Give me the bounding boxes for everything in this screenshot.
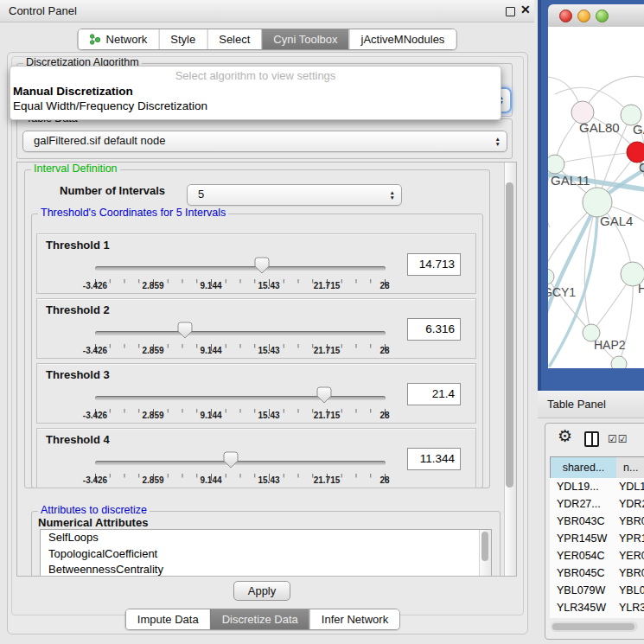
- network-label-h: H: [638, 282, 644, 296]
- table-row[interactable]: YBL079WYBL0...: [550, 582, 644, 599]
- threshold-box: Threshold 2-3.4262.8599.14415.4321.71528…: [36, 298, 476, 359]
- scale-label: 2.859: [132, 281, 174, 290]
- table-row[interactable]: YDL19...YDL1...: [550, 478, 644, 495]
- scale-label: 9.144: [190, 346, 232, 355]
- bottom-tab-discretize-data[interactable]: Discretize Data: [210, 609, 309, 629]
- cell-shared-name: YBR043C: [550, 513, 617, 530]
- cell-shared-name: YBR045C: [550, 564, 617, 582]
- slider-track[interactable]: [95, 461, 386, 465]
- bottom-tabs: Impute DataDiscretize DataInfer Network: [125, 609, 400, 630]
- columns-icon[interactable]: [584, 431, 599, 447]
- table-row[interactable]: YPR145WYPR1...: [550, 530, 644, 547]
- scale-label: 28: [364, 411, 405, 420]
- scale-label: 28: [364, 281, 405, 290]
- network-node-gal11[interactable]: [548, 155, 564, 174]
- slider-thumb[interactable]: [254, 257, 270, 274]
- threshold-value-field[interactable]: 21.4: [407, 383, 461, 405]
- table-row[interactable]: YBR045CYBR0...: [550, 564, 644, 582]
- column-header-name[interactable]: n...: [616, 456, 644, 479]
- tab-select[interactable]: Select: [207, 29, 261, 49]
- table-row[interactable]: YLR345WYLR3...: [550, 599, 644, 616]
- network-node-gal4[interactable]: [583, 188, 612, 217]
- network-node-gcy1[interactable]: [548, 269, 554, 284]
- threshold-value-field[interactable]: 11.344: [407, 448, 461, 470]
- slider-thumb[interactable]: [177, 322, 193, 339]
- network-window-titlebar[interactable]: [548, 4, 644, 28]
- tab-style[interactable]: Style: [158, 29, 207, 49]
- threshold-value-field[interactable]: 14.713: [407, 253, 461, 276]
- tab-network[interactable]: Network: [79, 29, 159, 49]
- bottom-tab-infer-network[interactable]: Infer Network: [309, 609, 399, 629]
- slider-track[interactable]: [95, 266, 386, 271]
- cell-shared-name: YER054C: [550, 547, 617, 564]
- num-intervals-label: Number of Intervals: [60, 184, 165, 197]
- cell-shared-name: YDL19...: [550, 478, 617, 495]
- control-panel-tabs: NetworkStyleSelectCyni ToolboxjActiveMNo…: [78, 29, 457, 50]
- table-panel-title: Table Panel: [547, 392, 606, 418]
- network-label-ga: GA: [633, 122, 644, 137]
- thresholds-group-title: Threshold's Coordinates for 5 Intervals: [38, 207, 228, 219]
- scale-label: 21.715: [306, 281, 348, 290]
- threshold-title: Threshold 4: [46, 433, 110, 446]
- tab-label: Discretize Data: [222, 613, 298, 626]
- apply-button[interactable]: Apply: [233, 581, 290, 601]
- tab-label: Impute Data: [137, 613, 199, 626]
- scale-label: 15.43: [248, 411, 290, 420]
- network-icon: [90, 34, 101, 45]
- table-row[interactable]: YDR27...YDR2...: [550, 495, 644, 513]
- settings-scrollbar-thumb[interactable]: [506, 182, 513, 488]
- table-hscrollbar[interactable]: [551, 622, 638, 632]
- list-scrollbar[interactable]: [479, 530, 491, 576]
- minimize-traffic-light[interactable]: [577, 10, 590, 22]
- zoom-traffic-light[interactable]: [596, 10, 609, 22]
- num-intervals-combobox[interactable]: 5 ▲▼: [187, 184, 402, 206]
- slider-track[interactable]: [95, 331, 386, 335]
- slider-thumb[interactable]: [316, 386, 332, 404]
- stepper-icon: ▲▼: [390, 190, 395, 201]
- slider-track[interactable]: [95, 396, 386, 400]
- tab-cyni-toolbox[interactable]: Cyni Toolbox: [261, 29, 348, 49]
- scale-label: 9.144: [190, 411, 232, 420]
- scale-label: 2.859: [132, 475, 174, 485]
- scale-label: 9.144: [190, 281, 232, 290]
- table-row[interactable]: YBR043CYBR0...: [550, 513, 644, 530]
- dropdown-option-manual-discretization[interactable]: Manual Discretization: [10, 84, 501, 99]
- table-row[interactable]: YIL052CYIL0...: [550, 616, 644, 618]
- network-edge: [555, 152, 637, 164]
- attribute-item-betweennesscentrality[interactable]: BetweennessCentrality: [41, 562, 491, 577]
- scale-label: -3.426: [74, 475, 116, 485]
- threshold-sliders: Threshold 1-3.4262.8599.14415.4321.71528…: [36, 233, 475, 487]
- threshold-value-field[interactable]: 6.316: [407, 318, 461, 341]
- threshold-title: Threshold 1: [46, 239, 110, 252]
- attribute-item-topologicalcoefficient[interactable]: TopologicalCoefficient: [41, 546, 491, 563]
- scale-label: -3.426: [74, 346, 116, 355]
- tab-jactivemnodules[interactable]: jActiveMNodules: [349, 29, 456, 49]
- checkboxes-icon[interactable]: ☑☑: [608, 433, 628, 445]
- stepper-icon: ▲▼: [495, 137, 501, 147]
- network-canvas[interactable]: GAL80GACGAL11GAL4GCY1HHAP2: [548, 27, 644, 368]
- cell-shared-name: YBL079W: [550, 582, 617, 599]
- table-data-combobox[interactable]: galFiltered.sif default node ▲▼: [22, 131, 507, 152]
- network-node-bottom[interactable]: [611, 356, 627, 368]
- scale-label: 21.715: [306, 411, 348, 420]
- bottom-tab-impute-data[interactable]: Impute Data: [126, 609, 210, 629]
- dropdown-option-equal-width-frequency[interactable]: Equal Width/Frequency Discretization: [10, 99, 501, 113]
- table-row[interactable]: YER054CYER0...: [550, 547, 644, 564]
- cell-name: YDL1...: [617, 478, 644, 495]
- table-panel-titlebar: Table Panel: [538, 391, 644, 418]
- scale-label: 28: [364, 346, 405, 355]
- cell-name: YIL0...: [617, 616, 644, 618]
- gear-icon[interactable]: ⚙: [558, 427, 572, 446]
- close-icon[interactable]: ✕: [520, 3, 531, 16]
- threshold-box: Threshold 1-3.4262.8599.14415.4321.71528…: [36, 233, 476, 294]
- settings-scrollpane: Interval Definition Number of Intervals …: [16, 162, 517, 577]
- close-traffic-light[interactable]: [559, 10, 572, 22]
- column-header-shared-name[interactable]: shared...: [550, 456, 617, 479]
- cell-name: YLR3...: [617, 599, 644, 616]
- cell-name: YBL0...: [617, 582, 644, 599]
- float-window-icon[interactable]: [506, 7, 515, 16]
- slider-thumb[interactable]: [223, 451, 239, 469]
- tab-label: Cyni Toolbox: [273, 33, 337, 46]
- attribute-item-selfloops[interactable]: SelfLoops: [41, 530, 491, 546]
- cell-shared-name: YLR345W: [550, 599, 617, 616]
